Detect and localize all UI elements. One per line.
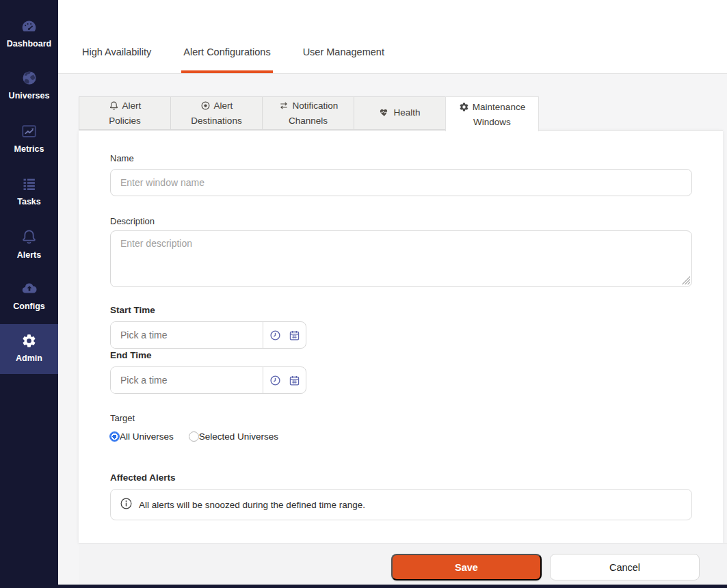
calendar-icon[interactable] <box>289 375 300 386</box>
gear-icon <box>459 102 469 116</box>
gauge-icon <box>21 18 38 34</box>
header-tab-bar: High Availability Alert Configurations U… <box>58 0 727 74</box>
info-text: All alerts will be snoozed during the de… <box>139 500 365 510</box>
sidebar-item-label: Configs <box>0 302 58 311</box>
subtab-label: Maintenance Windows <box>473 102 525 127</box>
sidebar-item-label: Alerts <box>0 250 58 260</box>
heart-pulse-icon <box>379 107 390 121</box>
calendar-icon[interactable] <box>289 330 300 341</box>
sidebar: Dashboard Universes Metrics Tasks Alerts <box>0 0 58 588</box>
sidebar-item-label: Admin <box>0 353 58 363</box>
metrics-chart-icon <box>21 123 38 139</box>
radio-all-universes[interactable]: All Universes <box>109 431 174 442</box>
sidebar-item-configs[interactable]: Configs <box>0 280 58 311</box>
window-name-input[interactable] <box>110 169 692 196</box>
start-time-field <box>110 321 306 349</box>
page: Dashboard Universes Metrics Tasks Alerts <box>0 0 727 588</box>
clock-icon[interactable] <box>269 330 281 341</box>
subtab-label: Alert Destinations <box>191 101 241 126</box>
cloud-upload-icon <box>21 280 38 297</box>
bottom-edge-bar <box>0 585 727 588</box>
start-time-label: Start Time <box>110 305 155 315</box>
target-radio-group: All Universes Selected Universes <box>109 431 278 442</box>
radio-unselected-icon <box>189 431 199 442</box>
sidebar-item-label: Tasks <box>0 197 58 206</box>
subtab-label: Notification Channels <box>289 101 338 126</box>
info-icon <box>120 497 133 512</box>
tab-maintenance-windows[interactable]: Maintenance Windows <box>445 96 539 131</box>
tab-alert-configurations[interactable]: Alert Configurations <box>181 46 272 73</box>
end-time-field <box>110 366 306 394</box>
tab-alert-destinations[interactable]: Alert Destinations <box>170 96 262 130</box>
radio-selected-universes[interactable]: Selected Universes <box>189 431 278 442</box>
sidebar-item-metrics[interactable]: Metrics <box>0 123 58 154</box>
save-button[interactable]: Save <box>391 554 542 580</box>
end-time-label: End Time <box>110 350 152 360</box>
globe-icon <box>21 70 38 86</box>
description-textarea[interactable] <box>110 230 692 287</box>
sidebar-item-tasks[interactable]: Tasks <box>0 176 58 206</box>
sidebar-item-label: Universes <box>0 91 58 101</box>
cancel-button[interactable]: Cancel <box>550 554 700 580</box>
tab-notification-channels[interactable]: Notification Channels <box>262 96 354 130</box>
start-time-input[interactable] <box>111 322 263 348</box>
affected-alerts-label: Affected Alerts <box>110 472 176 483</box>
gear-icon <box>21 333 37 349</box>
bell-icon <box>21 228 38 245</box>
radio-label: All Universes <box>120 431 174 442</box>
name-label: Name <box>110 153 134 163</box>
target-label: Target <box>110 413 135 423</box>
picker-icons <box>263 367 306 393</box>
description-label: Description <box>110 216 155 226</box>
radio-selected-icon <box>109 431 120 442</box>
sidebar-item-label: Metrics <box>0 144 58 154</box>
end-time-input[interactable] <box>111 367 263 393</box>
transfer-arrows-icon <box>278 101 289 114</box>
sidebar-item-admin[interactable]: Admin <box>0 324 58 374</box>
picker-icons <box>263 322 306 348</box>
tab-user-management[interactable]: User Management <box>301 46 386 73</box>
tab-alert-policies[interactable]: Alert Policies <box>79 96 170 130</box>
sidebar-item-universes[interactable]: Universes <box>0 70 58 101</box>
alert-config-subtabs: Alert Policies Alert Destinations Notifi… <box>79 96 539 131</box>
target-icon <box>200 101 211 114</box>
tab-high-availability[interactable]: High Availability <box>80 46 153 73</box>
tab-health[interactable]: Health <box>354 96 445 130</box>
task-list-icon <box>21 176 38 192</box>
sidebar-item-dashboard[interactable]: Dashboard <box>0 18 58 49</box>
bell-icon <box>109 101 119 114</box>
clock-icon[interactable] <box>269 375 281 386</box>
sidebar-item-alerts[interactable]: Alerts <box>0 228 58 260</box>
subtab-label: Health <box>393 107 420 118</box>
radio-label: Selected Universes <box>199 431 278 442</box>
affected-alerts-info-box: All alerts will be snoozed during the de… <box>110 489 692 520</box>
sidebar-item-label: Dashboard <box>0 39 58 49</box>
